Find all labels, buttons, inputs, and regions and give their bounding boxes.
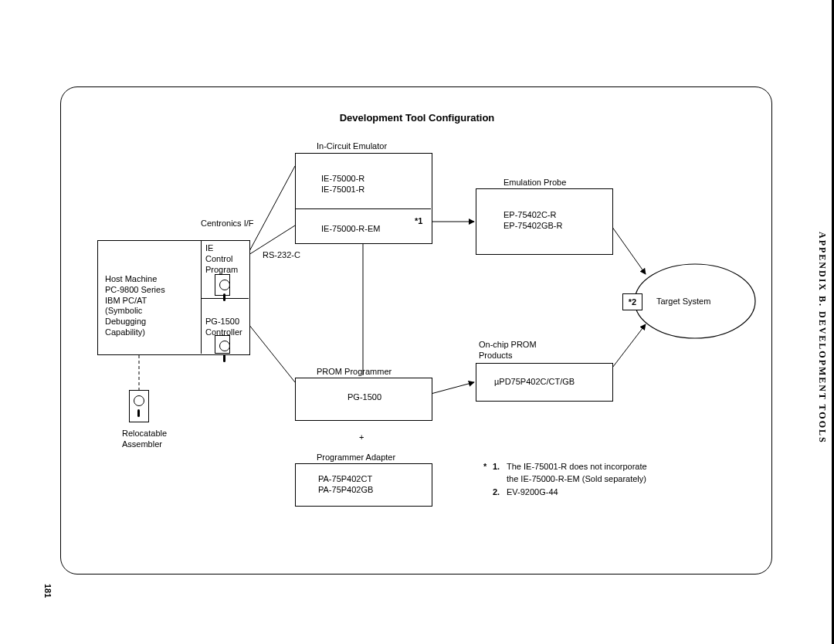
page-number: 181: [43, 584, 53, 598]
ie-control-label: IE Control Program: [205, 243, 238, 275]
emulator-top-text: IE-75000-R IE-75001-R: [321, 174, 364, 195]
disk-icon: [129, 390, 149, 422]
adapter-text: PA-75P402CT PA-75P402GB: [318, 474, 373, 496]
adapter-label: Programmer Adapter: [317, 452, 395, 463]
emulator-divider: [295, 208, 431, 209]
host-divider-v: [201, 240, 202, 354]
host-machine-label: Host Machine PC-9800 Series IBM PC/AT (S…: [105, 274, 165, 338]
plus-label: +: [359, 432, 364, 443]
emu-probe-text: EP-75402C-R EP-75402GB-R: [503, 210, 562, 232]
onchip-text: µPD75P402C/CT/GB: [494, 377, 575, 388]
note1-cont: the IE-75000-R-EM (Sold separately): [507, 474, 646, 485]
disk-icon: [215, 335, 230, 354]
onchip-label: On-chip PROM Products: [479, 340, 537, 361]
ref1-label: *1: [415, 216, 422, 227]
svg-line-7: [610, 324, 646, 371]
svg-line-0: [249, 166, 295, 253]
note2-text: EV-9200G-44: [507, 487, 558, 498]
note-star: *: [483, 462, 486, 473]
ref2-label: *2: [622, 293, 642, 310]
svg-line-2: [249, 324, 295, 382]
note2-bold: 2.: [493, 487, 500, 498]
reloc-asm-label: Relocatable Assembler: [122, 429, 167, 450]
note1-bold: 1.: [493, 462, 500, 473]
emulator-bottom-text: IE-75000-R-EM: [321, 224, 380, 235]
target-label: Target System: [656, 297, 710, 307]
note1-text: The IE-75001-R does not incorporate: [507, 462, 647, 473]
centronics-label: Centronics I/F: [201, 219, 253, 229]
rs232-label: RS-232-C: [263, 250, 300, 261]
appendix-label: APPENDIX B. DEVELOPMENT TOOLS: [816, 232, 828, 444]
prom-text: PG-1500: [348, 392, 381, 403]
svg-line-6: [610, 224, 646, 274]
prom-label: PROM Programmer: [317, 367, 392, 378]
disk-icon: [215, 274, 230, 296]
emu-probe-label: Emulation Probe: [503, 178, 566, 188]
svg-line-5: [431, 382, 474, 394]
emulator-label: In-Circuit Emulator: [317, 141, 387, 152]
